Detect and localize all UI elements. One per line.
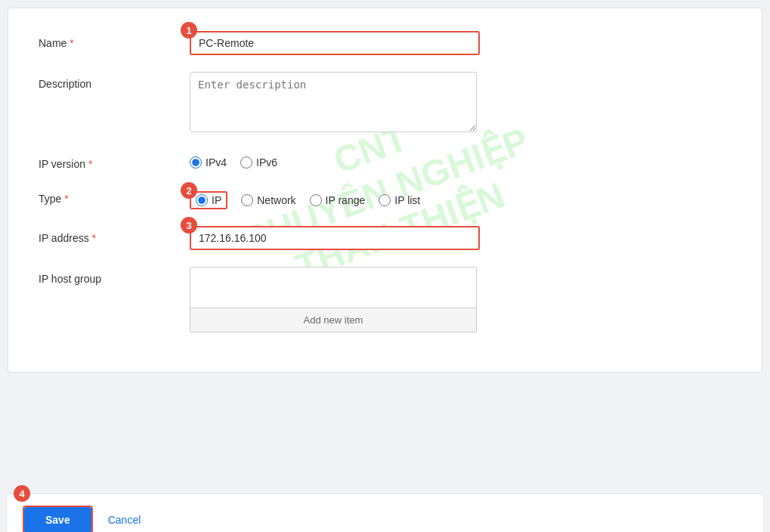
name-row: Name * 1 <box>39 31 731 55</box>
footer-bar: 4 Save Cancel <box>8 493 762 532</box>
type-iplist-option[interactable]: IP list <box>379 194 420 206</box>
ipv6-label: IPv6 <box>256 156 277 169</box>
spacer <box>0 380 770 493</box>
ipv4-option[interactable]: IPv4 <box>190 156 227 169</box>
ip-version-row: IP version * IPv4 IPv6 <box>39 152 731 170</box>
ip-version-options: IPv4 IPv6 <box>190 152 731 169</box>
type-iplist-label: IP list <box>394 194 420 206</box>
ipv4-label: IPv4 <box>206 156 227 169</box>
ip-address-field-wrapper: 3 <box>190 226 731 250</box>
step-2-badge: 2 <box>181 182 197 199</box>
form-container: CNTCHUYÊN NGHIỆPTHÂN THIỆN Name * 1 Desc… <box>8 8 762 373</box>
type-ip-option[interactable]: IP <box>196 194 221 206</box>
type-iplist-radio[interactable] <box>379 194 391 206</box>
description-textarea[interactable] <box>190 72 477 132</box>
description-label: Description <box>39 72 190 90</box>
save-button-wrapper: Save <box>23 506 93 532</box>
type-network-option[interactable]: Network <box>241 194 295 206</box>
ip-version-label: IP version * <box>39 152 190 170</box>
type-ip-label: IP <box>212 194 221 206</box>
ip-host-group-row: IP host group Add new item <box>39 267 731 332</box>
type-row: Type * 2 IP Network IP range <box>39 187 731 209</box>
description-row: Description <box>39 72 731 135</box>
save-button[interactable]: Save <box>24 507 91 532</box>
step-3-badge: 3 <box>181 217 197 234</box>
name-input[interactable] <box>191 32 478 54</box>
type-network-label: Network <box>257 194 295 206</box>
type-network-radio[interactable] <box>241 194 253 206</box>
ipv6-radio[interactable] <box>240 156 252 169</box>
ip-host-group-label: IP host group <box>39 267 190 285</box>
type-radio-group: 2 IP Network IP range IP list <box>190 187 731 209</box>
type-iprange-label: IP range <box>326 194 366 206</box>
ip-address-row: IP address * 3 <box>39 226 731 250</box>
type-iprange-option[interactable]: IP range <box>310 194 366 206</box>
name-field-wrapper: 1 <box>190 31 731 55</box>
host-group-box <box>190 267 477 308</box>
type-options: 2 IP Network IP range IP list <box>190 187 731 209</box>
name-label: Name * <box>39 31 190 49</box>
host-group-area: Add new item <box>190 267 477 332</box>
description-field-wrapper <box>190 72 731 135</box>
type-label: Type * <box>39 187 190 205</box>
ip-address-input[interactable] <box>191 227 478 249</box>
step-4-badge: 4 <box>14 485 30 502</box>
add-new-item-button[interactable]: Add new item <box>190 308 477 332</box>
ip-version-radio-group: IPv4 IPv6 <box>190 152 731 169</box>
cancel-button[interactable]: Cancel <box>108 514 141 526</box>
ip-address-label: IP address * <box>39 226 190 244</box>
type-iprange-radio[interactable] <box>310 194 322 206</box>
ip-host-group-wrapper: Add new item <box>190 267 731 332</box>
type-ip-radio[interactable] <box>196 194 208 206</box>
step-1-badge: 1 <box>181 22 197 39</box>
ipv4-radio[interactable] <box>190 156 202 169</box>
ipv6-option[interactable]: IPv6 <box>240 156 277 169</box>
